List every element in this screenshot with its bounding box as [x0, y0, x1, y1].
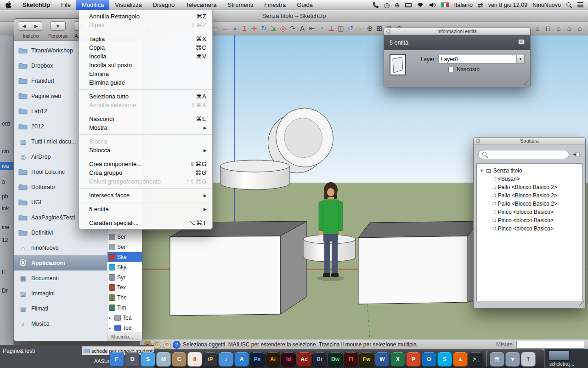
outliner-item[interactable]: ∷Pinco <blocco Basico>: [477, 208, 582, 216]
help-badge-icon[interactable]: ?: [173, 341, 181, 349]
path-button[interactable]: ▾: [50, 21, 66, 31]
tool-view-top-icon[interactable]: ⊓: [543, 23, 553, 34]
menu-item-annulla-rettangolo[interactable]: Annulla Rettangolo⌘Z: [79, 12, 212, 21]
sidebar-item-musica[interactable]: ♪Musica: [14, 316, 107, 331]
dock-icon-indesign[interactable]: Id: [281, 352, 296, 367]
menu-item-elimina[interactable]: Elimina: [79, 69, 212, 78]
outliner-item[interactable]: ∷Pallo <Blocco Basico 2>: [477, 200, 582, 208]
dock-icon-contacts[interactable]: C: [172, 352, 187, 367]
forward-button[interactable]: ▶: [30, 21, 42, 31]
dock-icon-fireworks[interactable]: Fw: [359, 352, 374, 367]
tool-view-front-icon[interactable]: ⌂: [554, 23, 563, 34]
tool-axes-icon[interactable]: ⊥: [327, 23, 336, 34]
tool-view-right-icon[interactable]: ⌂: [565, 23, 574, 34]
disclosure-triangle-icon[interactable]: ▼: [480, 168, 484, 173]
menu-item-mostra[interactable]: Mostra▶: [79, 123, 212, 132]
file-row-ser[interactable]: Ser: [107, 242, 142, 252]
credits-badge-icon[interactable]: ©: [163, 341, 171, 349]
menubar-app-name[interactable]: SketchUp: [17, 0, 56, 10]
menu-item-caratteri-speciali[interactable]: Caratteri speciali...⌥⌘T: [79, 218, 212, 227]
resize-handle[interactable]: [579, 301, 584, 307]
dock-icon-terminal[interactable]: >_: [469, 352, 483, 367]
sidebar-item-immagini[interactable]: ▨Immagini: [14, 286, 107, 301]
dock-icon-dreamweaver[interactable]: Dw: [328, 352, 343, 367]
back-button[interactable]: ◀: [18, 21, 30, 31]
menu-item-nascondi[interactable]: Nascondi⌘E: [79, 115, 212, 123]
sidebar-item-documenti[interactable]: ▤Documenti: [14, 270, 107, 286]
tool-push-pull-icon[interactable]: ↥: [240, 23, 249, 34]
tool-pan-icon[interactable]: ⇔: [356, 23, 365, 34]
outliner-item[interactable]: ∷Pallo <Blocco Basico 2>: [477, 183, 582, 191]
file-row-syr[interactable]: Syr: [107, 272, 142, 282]
dock-icon-excel[interactable]: X: [390, 352, 405, 367]
tool-paint-bucket-icon[interactable]: ◕: [230, 23, 239, 34]
tool-text-icon[interactable]: A: [298, 23, 307, 34]
menubar-item-disegno[interactable]: Disegno: [147, 0, 181, 10]
dock-icon-vlc[interactable]: ▲: [453, 352, 468, 367]
dock-icon-iphoto[interactable]: iP: [203, 352, 218, 367]
dock-icon-flash[interactable]: Fl: [344, 352, 358, 367]
menu-item-incolla[interactable]: Incolla⌘V: [79, 52, 212, 61]
menubar-item-visualizza[interactable]: Visualizza: [109, 0, 147, 10]
back-forward-control[interactable]: ◀ ▶: [18, 21, 42, 31]
entity-info-titlebar[interactable]: Informazioni entità: [384, 28, 530, 35]
model-cylinder-large[interactable]: [220, 160, 289, 190]
tool-follow-me-icon[interactable]: ↷: [288, 23, 297, 34]
dock-icon-acrobat[interactable]: Ac: [297, 352, 311, 367]
dock-icon-illustrator[interactable]: Ai: [266, 352, 280, 367]
menubar-item-guida[interactable]: Guida: [291, 0, 318, 10]
dock-icon-trash[interactable]: T: [521, 352, 536, 367]
details-toggle-icon[interactable]: [518, 39, 525, 46]
dock-icon-outlook[interactable]: O: [422, 352, 436, 367]
outliner-root-row[interactable]: ▼ ⊡ Senza titolo: [477, 167, 582, 175]
tool-rotate-icon[interactable]: ↻: [259, 23, 268, 34]
notification-center-icon[interactable]: [577, 2, 583, 7]
disclosure-icon[interactable]: ▸: [109, 326, 113, 330]
menu-item-sblocca[interactable]: Sblocca▶: [79, 146, 212, 155]
tool-zoom-window-icon[interactable]: ⊞: [375, 23, 384, 34]
info-badge-icon[interactable]: ⓘ: [153, 341, 161, 349]
menu-item-crea-gruppo[interactable]: Crea gruppo⌘G: [79, 168, 212, 177]
tool-view-iso-icon[interactable]: ⌂: [533, 23, 542, 34]
dock-icon-app-store[interactable]: A: [234, 352, 249, 367]
menubar-item-telecamera[interactable]: Telecamera: [180, 0, 222, 10]
measure-input[interactable]: [516, 341, 584, 349]
file-row-sky[interactable]: Sky: [107, 262, 142, 272]
menu-item-elimina-guide[interactable]: Elimina guide: [79, 78, 212, 87]
menu-item-crea-componente[interactable]: Crea componente...⇧⌘G: [79, 160, 212, 168]
phone-status-icon[interactable]: [373, 2, 379, 8]
dock-icon-photoshop[interactable]: Ps: [250, 352, 265, 367]
filter-toggle-icon[interactable]: [571, 150, 582, 159]
tool-move-icon[interactable]: ✛: [249, 23, 259, 34]
spotlight-icon[interactable]: [566, 2, 572, 8]
dock-icon-powerpoint[interactable]: P: [406, 352, 421, 367]
dock-icon-bridge[interactable]: Br: [312, 352, 327, 367]
volume-icon[interactable]: [429, 2, 436, 8]
outliner-item[interactable]: ∷Pinco <blocco Basico>: [477, 216, 582, 224]
tool-offset-icon[interactable]: ◎: [278, 23, 288, 34]
wifi-icon[interactable]: [417, 2, 424, 8]
dock-icon-word[interactable]: W: [375, 352, 390, 367]
disclosure-icon[interactable]: ▸: [109, 316, 113, 320]
model-box-right[interactable]: [358, 221, 480, 304]
file-row-tim[interactable]: Tim: [107, 303, 142, 313]
menubar-clock[interactable]: ven 8 giu 12:09: [488, 2, 528, 8]
close-icon[interactable]: [386, 29, 390, 34]
menubar-item-file[interactable]: File: [56, 0, 76, 10]
close-icon[interactable]: [476, 139, 480, 143]
tool-scale-icon[interactable]: ⇲: [269, 23, 278, 34]
tool-protractor-icon[interactable]: ◔: [317, 23, 326, 34]
italian-flag-icon[interactable]: [441, 2, 449, 7]
menubar-user[interactable]: NinoNuovo: [532, 2, 561, 8]
clock-icon[interactable]: ◷: [384, 2, 390, 8]
dock-icon-mail[interactable]: M: [156, 352, 171, 367]
layer-dropdown[interactable]: Layer0 ▼: [438, 55, 525, 63]
dock-icon-finder[interactable]: F: [109, 352, 124, 367]
universal-access-icon[interactable]: ⊕: [395, 2, 400, 8]
file-row-ske[interactable]: Ske: [107, 252, 142, 262]
dock-icon-dashboard[interactable]: D: [125, 352, 140, 367]
dock-icon-calendar[interactable]: 8: [187, 352, 202, 367]
dock-icon-skype[interactable]: S: [437, 352, 452, 367]
menubar-item-strumenti[interactable]: Strumenti: [222, 0, 259, 10]
dock-icon-documents-stack[interactable]: ▤: [490, 352, 504, 367]
